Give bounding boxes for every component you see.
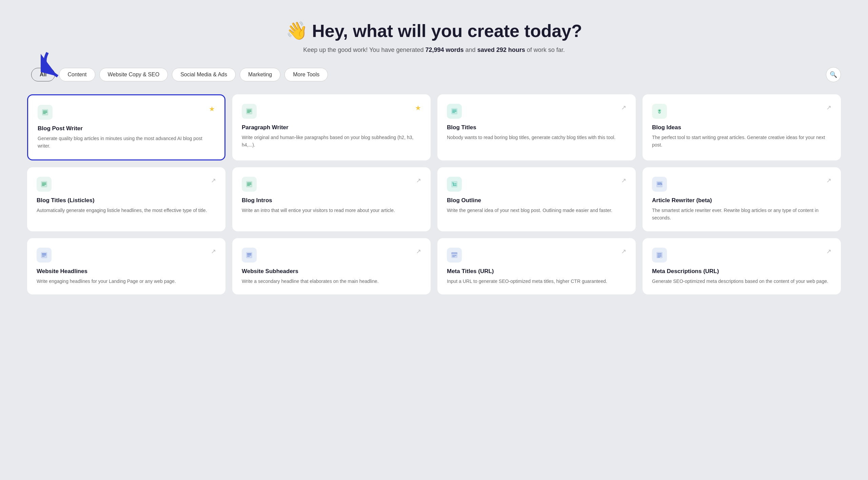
hours-saved: saved 292 hours (477, 46, 525, 53)
card-icon-row: ★ (38, 105, 215, 120)
external-link-icon: ↗ (826, 248, 831, 255)
page-title: 👋 Hey, what will you create today? (27, 20, 841, 41)
card-icon-row: ↗ (242, 177, 421, 192)
card-icon (652, 248, 667, 263)
card-title: Blog Titles (447, 124, 626, 131)
card-description: Automatically generate engaging listicle… (37, 207, 216, 214)
card-blog-post-writer[interactable]: ★ Blog Post Writer Generate quality blog… (27, 94, 225, 160)
card-icon (242, 177, 257, 192)
words-count: 72,994 words (426, 46, 464, 53)
card-description: The smartest article rewriter ever. Rewr… (652, 207, 831, 222)
external-link-icon: ↗ (621, 104, 626, 111)
card-title: Blog Intros (242, 197, 421, 204)
external-link-icon: ↗ (826, 177, 831, 184)
card-icon-row: ↗ (652, 177, 831, 192)
card-title: Blog Ideas (652, 124, 831, 131)
card-description: The perfect tool to start writing great … (652, 134, 831, 149)
filter-website-copy-seo[interactable]: Website Copy & SEO (99, 68, 168, 81)
card-icon (37, 248, 52, 263)
card-icon (447, 248, 462, 263)
card-title: Article Rewriter (beta) (652, 197, 831, 204)
svg-rect-37 (451, 252, 457, 254)
search-icon: 🔍 (830, 71, 837, 78)
card-description: Write a secondary headline that elaborat… (242, 277, 421, 285)
card-meta-descriptions[interactable]: ↗ Meta Descriptions (URL) Generate SEO-o… (643, 238, 841, 294)
card-title: Blog Post Writer (38, 125, 215, 132)
favorite-icon: ★ (415, 104, 421, 112)
card-meta-titles[interactable]: ↗ Meta Titles (URL) Input a URL to gener… (437, 238, 636, 294)
card-icon (242, 248, 257, 263)
favorite-icon: ★ (209, 105, 215, 113)
card-description: Write engaging headlines for your Landin… (37, 277, 216, 285)
card-description: Generate quality blog articles in minute… (38, 135, 215, 150)
card-blog-ideas[interactable]: ↗ Blog Ideas The perfect tool to start w… (643, 94, 841, 160)
external-link-icon: ↗ (621, 248, 626, 255)
card-paragraph-writer[interactable]: ★ Paragraph Writer Write original and hu… (232, 94, 431, 160)
card-icon (37, 177, 52, 192)
card-description: Write original and human-like paragraphs… (242, 134, 421, 149)
filter-more-tools[interactable]: More Tools (284, 68, 328, 81)
card-description: Input a URL to generate SEO-optimized me… (447, 277, 626, 285)
card-title: Blog Outline (447, 197, 626, 204)
card-blog-intros[interactable]: ↗ Blog Intros Write an intro that will e… (232, 167, 431, 231)
wave-emoji: 👋 (286, 20, 308, 41)
external-link-icon: ↗ (416, 177, 421, 184)
card-blog-titles-listicles[interactable]: ↗ Blog Titles (Listicles) Automatically … (27, 167, 225, 231)
external-link-icon: ↗ (211, 248, 216, 255)
card-icon (652, 177, 667, 192)
external-link-icon: ↗ (621, 177, 626, 184)
card-icon-row: ↗ (652, 248, 831, 263)
tools-grid: ★ Blog Post Writer Generate quality blog… (27, 94, 841, 294)
card-article-rewriter[interactable]: ↗ Article Rewriter (beta) The smartest a… (643, 167, 841, 231)
card-description: Write an intro that will entice your vis… (242, 207, 421, 214)
filter-social-media-ads[interactable]: Social Media & Ads (172, 68, 236, 81)
card-icon (652, 104, 667, 119)
svg-point-14 (658, 110, 660, 112)
card-icon (38, 105, 53, 120)
card-website-headlines[interactable]: ↗ Website Headlines Write engaging headl… (27, 238, 225, 294)
card-blog-outline[interactable]: ↗ Blog Outline Write the general idea of… (437, 167, 636, 231)
filter-bar: All Content Website Copy & SEO Social Me… (27, 67, 841, 82)
card-description: Generate SEO-optimized meta descriptions… (652, 277, 831, 285)
card-icon-row: ↗ (447, 177, 626, 192)
card-icon-row: ★ (242, 104, 421, 119)
search-button[interactable]: 🔍 (826, 67, 841, 82)
card-icon (242, 104, 257, 119)
card-title: Blog Titles (Listicles) (37, 197, 216, 204)
external-link-icon: ↗ (211, 177, 216, 184)
card-description: Write the general idea of your next blog… (447, 207, 626, 214)
card-title: Website Subheaders (242, 268, 421, 275)
card-icon-row: ↗ (37, 248, 216, 263)
card-website-subheaders[interactable]: ↗ Website Subheaders Write a secondary h… (232, 238, 431, 294)
card-icon-row: ↗ (37, 177, 216, 192)
card-description: Nobody wants to read boring blog titles,… (447, 134, 626, 141)
card-title: Meta Descriptions (URL) (652, 268, 831, 275)
card-icon (447, 104, 462, 119)
card-blog-titles[interactable]: ↗ Blog Titles Nobody wants to read borin… (437, 94, 636, 160)
filter-marketing[interactable]: Marketing (240, 68, 280, 81)
external-link-icon: ↗ (826, 104, 831, 111)
page-subtitle: Keep up the good work! You have generate… (27, 46, 841, 54)
card-icon (447, 177, 462, 192)
card-title: Website Headlines (37, 268, 216, 275)
card-icon-row: ↗ (447, 104, 626, 119)
external-link-icon: ↗ (416, 248, 421, 255)
arrow-indicator (41, 49, 71, 80)
card-icon-row: ↗ (242, 248, 421, 263)
card-icon-row: ↗ (652, 104, 831, 119)
card-title: Paragraph Writer (242, 124, 421, 131)
card-title: Meta Titles (URL) (447, 268, 626, 275)
card-icon-row: ↗ (447, 248, 626, 263)
